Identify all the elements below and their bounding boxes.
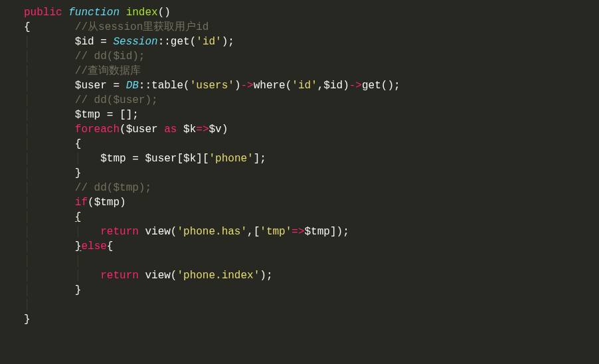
string: 'id' — [292, 80, 317, 92]
comment: // dd($user); — [75, 94, 158, 106]
keyword-else: else — [81, 240, 106, 252]
code-line[interactable]: │ foreach($user as $k=>$v) — [0, 122, 599, 137]
paren: ) — [343, 80, 349, 92]
variable: $tmp — [75, 109, 100, 121]
brace-open: { — [107, 240, 114, 252]
brace-close: } — [75, 167, 82, 179]
operator: = — [100, 109, 120, 121]
parens: () — [158, 7, 171, 19]
code-line[interactable]: { //从session里获取用户id — [0, 20, 599, 35]
semicolon: ; — [394, 80, 400, 92]
keyword-return: return — [100, 226, 139, 238]
paren: ( — [190, 36, 197, 48]
comma: , — [317, 80, 324, 92]
bracket: ] — [330, 226, 337, 238]
comment: //从session里获取用户id — [75, 21, 209, 33]
method: where — [254, 80, 286, 92]
classname: DB — [126, 80, 139, 92]
operator: = — [94, 36, 114, 48]
code-line[interactable]: │ } — [0, 283, 599, 298]
code-line[interactable]: } — [0, 312, 599, 327]
code-line[interactable]: │ { — [0, 137, 599, 151]
bracket: [ — [254, 226, 260, 238]
brace-close: } — [75, 284, 82, 296]
paren: ) — [222, 36, 228, 48]
variable: $v — [209, 124, 221, 136]
bracket: ] — [196, 153, 203, 165]
keyword-function: function — [68, 7, 120, 19]
code-line[interactable]: │ $tmp = []; — [0, 108, 599, 122]
paren: ( — [171, 270, 177, 282]
code-line[interactable]: │ }else{ — [0, 239, 599, 254]
method: table — [151, 80, 183, 92]
semicolon: ; — [343, 226, 349, 238]
code-line[interactable]: │ { — [0, 210, 599, 225]
code-line[interactable]: │ //查询数据库 — [0, 64, 599, 78]
variable: $tmp — [100, 153, 126, 165]
paren: ) — [260, 270, 266, 282]
operator: = — [107, 80, 126, 92]
operator: :: — [139, 80, 151, 92]
variable: $user — [145, 153, 177, 165]
string: 'phone.index' — [177, 270, 260, 282]
brace-open: { — [24, 21, 31, 33]
fatarrow: => — [196, 124, 209, 136]
code-line[interactable]: │ // dd($tmp); — [0, 181, 599, 195]
comment: // dd($id); — [75, 50, 145, 62]
paren: ( — [171, 226, 177, 238]
variable: $tmp — [94, 197, 120, 209]
keyword-if: if — [75, 197, 88, 209]
operator: = — [126, 153, 145, 165]
variable: $k — [183, 124, 196, 136]
classname: Session — [113, 36, 157, 48]
paren: ) — [234, 80, 241, 92]
paren: ( — [88, 197, 94, 209]
paren: ( — [120, 124, 126, 136]
code-line[interactable]: │ │ return view('phone.has',['tmp'=>$tmp… — [0, 225, 599, 239]
arrow: -> — [241, 80, 254, 92]
code-line[interactable]: │ │ return view('phone.index'); — [0, 268, 599, 283]
string: 'phone.has' — [177, 226, 247, 238]
code-line[interactable]: │ // dd($user); — [0, 93, 599, 108]
bracket: [ — [177, 153, 183, 165]
brace-open: { — [75, 211, 82, 223]
variable: $tmp — [305, 226, 330, 238]
function-call: view — [145, 226, 170, 238]
code-line[interactable]: │ — [0, 298, 599, 312]
method: get — [171, 36, 190, 48]
variable: $k — [183, 153, 196, 165]
keyword-public: public — [24, 7, 62, 19]
brace-close: } — [24, 314, 31, 325]
code-line[interactable]: │ } — [0, 166, 599, 181]
semicolon: ; — [266, 270, 273, 282]
function-name: index — [126, 7, 158, 19]
string: 'tmp' — [260, 226, 292, 238]
code-line[interactable]: │ $user = DB::table('users')->where('id'… — [0, 78, 599, 93]
code-line[interactable]: │ │ — [0, 254, 599, 268]
paren: ) — [337, 226, 343, 238]
code-line[interactable]: │ │ $tmp = $user[$k]['phone']; — [0, 151, 599, 166]
paren: ( — [183, 80, 190, 92]
fatarrow: => — [292, 226, 304, 238]
variable: $user — [75, 80, 107, 92]
keyword-foreach: foreach — [75, 124, 120, 136]
code-line[interactable]: │ if($tmp) — [0, 195, 599, 210]
paren: ) — [222, 124, 228, 136]
parens: () — [381, 80, 394, 92]
code-line[interactable]: │ // dd($id); — [0, 49, 599, 64]
comma: , — [247, 226, 254, 238]
keyword-as: as — [164, 124, 177, 136]
brace-open: { — [75, 138, 82, 150]
operator: :: — [158, 36, 171, 48]
paren: ) — [120, 197, 126, 209]
function-call: view — [145, 270, 170, 282]
variable: $id — [75, 36, 94, 48]
string: 'phone' — [209, 153, 253, 165]
string: 'users' — [190, 80, 234, 92]
code-line[interactable]: public function index() — [0, 5, 599, 20]
array: [] — [120, 109, 132, 121]
string: 'id' — [196, 36, 221, 48]
code-line[interactable]: │ $id = Session::get('id'); — [0, 35, 599, 49]
variable: $id — [323, 80, 343, 92]
semicolon: ; — [228, 36, 234, 48]
